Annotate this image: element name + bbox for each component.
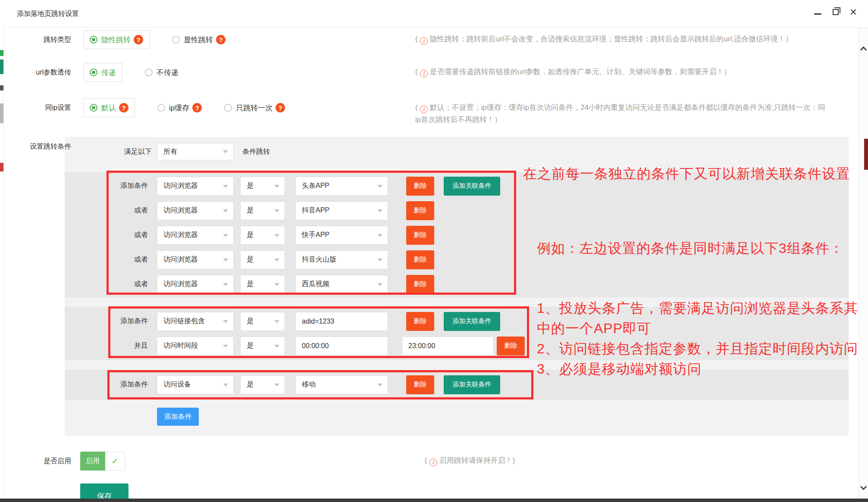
condition-prefix: 或者 (65, 255, 148, 264)
chevron-down-icon (377, 259, 382, 262)
add-condition-button[interactable]: 添加条件 (157, 408, 199, 426)
radio-pass[interactable]: 传递 (83, 63, 122, 82)
help-icon[interactable]: ? (119, 103, 128, 112)
help-icon[interactable]: ? (134, 35, 143, 44)
input-value: 23:00:00 (408, 342, 435, 350)
chevron-down-icon (274, 185, 279, 188)
radio-label: 传递 (101, 68, 116, 78)
condition-operator-dropdown[interactable]: 是 (240, 177, 285, 196)
chevron-down-icon (274, 209, 279, 212)
dropdown-value: 是 (247, 280, 254, 289)
condition-field-dropdown[interactable]: 访问浏览器 (157, 201, 234, 220)
radio-no-pass[interactable]: 不传递 (145, 68, 179, 78)
condition-operator-dropdown[interactable]: 是 (240, 337, 285, 355)
radio-label: 只跳转一次 (236, 103, 273, 113)
window-controls: × (814, 8, 857, 16)
add-related-condition-button[interactable]: 添加关联条件 (444, 375, 500, 394)
dropdown-value: 访问浏览器 (163, 255, 198, 264)
time-from-input[interactable]: 00:00:00 (295, 337, 388, 355)
condition-field-dropdown[interactable]: 访问浏览器 (157, 275, 234, 294)
delete-button[interactable]: 删除 (406, 226, 434, 245)
condition-value-dropdown[interactable]: 抖音APP (295, 201, 388, 220)
radio-label: 默认 (101, 103, 116, 113)
help-icon[interactable]: ? (216, 35, 226, 44)
condition-field-dropdown[interactable]: 访问浏览器 (157, 226, 234, 245)
enable-check-icon[interactable]: ✓ (105, 452, 125, 471)
dropdown-value: 是 (247, 181, 254, 190)
add-related-condition-button[interactable]: 添加关联条件 (444, 177, 500, 196)
condition-field-dropdown[interactable]: 访问时间段 (157, 337, 234, 355)
condition-value-dropdown[interactable]: 移动 (295, 375, 388, 394)
chevron-down-icon (223, 234, 228, 237)
delete-button[interactable]: 删除 (406, 201, 434, 220)
condition-value-dropdown[interactable]: 西瓜视频 (295, 275, 388, 294)
radio-unselected-icon (224, 104, 232, 112)
bottom-window-edge (0, 499, 868, 502)
condition-field-dropdown[interactable]: 访问浏览器 (157, 250, 234, 269)
chevron-down-icon (223, 150, 228, 153)
dropdown-value: 是 (247, 255, 254, 264)
dropdown-value: 访问浏览器 (163, 280, 198, 289)
chevron-down-icon (223, 209, 228, 212)
delete-button[interactable]: 删除 (497, 337, 525, 355)
dropdown-value: 头条APP (302, 181, 329, 190)
condition-operator-dropdown[interactable]: 是 (240, 312, 285, 331)
radio-default[interactable]: 默认 ? (83, 98, 135, 117)
chevron-down-icon (377, 209, 382, 212)
radio-explicit-jump[interactable]: 显性跳转 ? (172, 35, 226, 45)
delete-button[interactable]: 删除 (406, 375, 434, 394)
hint-text: 默认：不设置；ip缓存：缓存ip首次访问条件，24小时内重复访问无论是否满足都条… (415, 103, 825, 124)
radio-label: 不传递 (157, 68, 179, 78)
radio-selected-icon (90, 104, 97, 112)
condition-field-dropdown[interactable]: 访问设备 (157, 375, 234, 394)
radio-label: 隐性跳转 (101, 35, 131, 45)
condition-operator-dropdown[interactable]: 是 (240, 375, 285, 394)
radio-label: 显性跳转 (184, 35, 213, 45)
condition-value-dropdown[interactable]: 快手APP (295, 226, 388, 245)
radio-implicit-jump[interactable]: 隐性跳转 ? (83, 30, 150, 49)
time-to-input[interactable]: 23:00:00 (402, 337, 494, 355)
background-fragment (864, 139, 868, 170)
annotation-list: 1、投放头条广告，需要满足访问浏览器是头条系其中的一个APP即可 2、访问链接包… (537, 298, 860, 379)
chevron-down-icon (377, 185, 382, 188)
hint-text: 启用跳转请保持开启！) (439, 456, 515, 465)
minimize-icon[interactable] (814, 13, 821, 15)
condition-value-dropdown[interactable]: 抖音火山版 (295, 250, 388, 269)
condition-operator-dropdown[interactable]: 是 (240, 250, 285, 269)
maximize-restore-icon[interactable] (833, 9, 839, 15)
delete-button[interactable]: 删除 (406, 177, 434, 196)
dropdown-value: 是 (247, 231, 254, 240)
condition-field-dropdown[interactable]: 访问浏览器 (157, 177, 234, 196)
annotation-list-item: 2、访问链接包含指定参数，并且指定时间段内访问 (537, 339, 860, 359)
radio-ip-cache[interactable]: ip缓存 ? (157, 103, 202, 113)
help-icon[interactable]: ? (276, 103, 285, 112)
delete-button[interactable]: 删除 (406, 275, 434, 294)
same-ip-label: 同ip设置 (4, 98, 71, 117)
match-mode-value: 所有 (163, 147, 177, 156)
vertical-scrollbar[interactable] (859, 28, 868, 502)
help-icon[interactable]: ? (192, 103, 202, 112)
paren: ( (425, 456, 427, 465)
condition-prefix: 并且 (65, 341, 148, 350)
scroll-up-icon[interactable] (860, 47, 867, 53)
add-related-condition-button[interactable]: 添加关联条件 (444, 312, 500, 331)
condition-value-dropdown[interactable]: 头条APP (295, 177, 388, 196)
condition-operator-dropdown[interactable]: 是 (240, 226, 285, 245)
close-icon[interactable]: × (850, 8, 857, 16)
same-ip-radio-group: 默认 ? ip缓存 ? 只跳转一次 ? (83, 98, 307, 117)
annotation-note-1: 在之前每一条独立的条件下又可以新增关联条件设置 (523, 164, 854, 184)
enable-toggle[interactable]: 启用 ✓ (80, 452, 125, 471)
condition-value-input[interactable]: adid=1233 (295, 312, 388, 331)
condition-field-dropdown[interactable]: 访问链接包含 (157, 312, 234, 331)
chevron-down-icon (377, 384, 382, 387)
enable-on-button[interactable]: 启用 (80, 452, 105, 471)
condition-operator-dropdown[interactable]: 是 (240, 201, 285, 220)
match-mode-dropdown[interactable]: 所有 (157, 143, 234, 160)
delete-button[interactable]: 删除 (406, 312, 434, 331)
condition-operator-dropdown[interactable]: 是 (240, 275, 285, 294)
delete-button[interactable]: 删除 (406, 250, 434, 269)
dropdown-value: 访问设备 (163, 380, 191, 389)
condition-row: 或者 访问浏览器 是 抖音APP 删除 (65, 198, 849, 223)
radio-jump-once[interactable]: 只跳转一次 ? (224, 103, 285, 113)
scroll-down-icon[interactable] (860, 483, 867, 490)
